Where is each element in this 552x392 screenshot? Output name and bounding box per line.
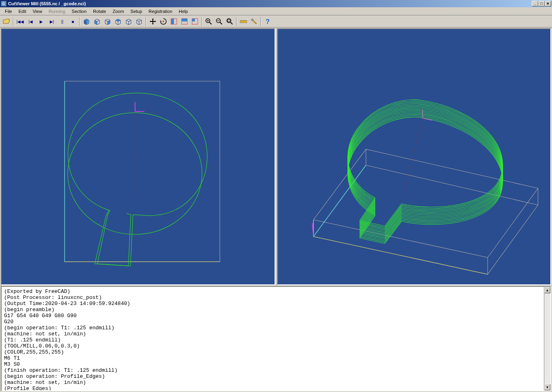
rewind-icon[interactable]: |◀◀ (15, 17, 25, 26)
view-top-icon[interactable] (113, 17, 123, 26)
toolbar-separator (79, 17, 80, 26)
pan-icon[interactable] (148, 17, 158, 26)
menu-view[interactable]: View (30, 8, 46, 15)
scroll-track[interactable] (544, 293, 550, 384)
view-wire-icon[interactable] (134, 17, 144, 26)
view-solid-icon[interactable] (82, 17, 91, 26)
viewport-2d[interactable] (1, 28, 275, 285)
view-iso-icon[interactable] (124, 17, 133, 26)
svg-rect-30 (65, 81, 220, 262)
menu-rotate[interactable]: Rotate (90, 8, 109, 15)
svg-rect-8 (171, 19, 174, 24)
svg-text:?: ? (266, 18, 270, 25)
open-icon[interactable] (2, 17, 11, 26)
menu-help[interactable]: Help (176, 8, 191, 15)
minimize-button[interactable]: _ (532, 1, 538, 6)
gcode-panel: (Exported by FreeCAD) (Post Processor: l… (1, 286, 551, 391)
play-icon[interactable]: ▶ (36, 17, 46, 26)
gcode-scrollbar[interactable]: ▲ ▼ (544, 287, 550, 390)
menu-zoom[interactable]: Zoom (109, 8, 127, 15)
measure-icon[interactable] (239, 17, 248, 26)
svg-line-21 (231, 22, 233, 24)
viewport-3d[interactable] (277, 28, 552, 285)
zoom-fit-icon[interactable] (225, 17, 235, 26)
svg-line-14 (209, 22, 211, 24)
svg-text:|◀: |◀ (29, 19, 33, 24)
svg-line-37 (404, 118, 423, 195)
step-fwd-icon[interactable]: ▶| (47, 17, 57, 26)
toolbar-separator (236, 17, 237, 26)
svg-line-28 (253, 21, 256, 24)
window-title: CutViewer Mill (5555.nc / _gcode.nci) (8, 1, 532, 6)
view-front-icon[interactable] (92, 17, 102, 26)
titlebar: C CutViewer Mill (5555.nc / _gcode.nci) … (0, 0, 552, 7)
svg-text:||: || (61, 19, 63, 24)
toolbar-separator (146, 17, 146, 26)
app-icon: C (1, 1, 6, 6)
toolbar: |◀◀|◀▶▶|||■? (0, 15, 552, 28)
svg-rect-23 (240, 21, 247, 23)
menu-registration[interactable]: Registration (145, 8, 176, 15)
pause-icon[interactable]: || (57, 17, 67, 26)
section-y-icon[interactable] (180, 17, 189, 26)
scroll-up-icon[interactable]: ▲ (544, 287, 550, 293)
svg-text:■: ■ (72, 19, 74, 24)
menu-file[interactable]: File (2, 8, 15, 15)
menu-section[interactable]: Section (68, 8, 90, 15)
toolbar-separator (201, 17, 202, 26)
svg-point-6 (163, 21, 164, 22)
svg-rect-10 (182, 19, 187, 21)
section-x-icon[interactable] (169, 17, 179, 26)
maximize-button[interactable]: □ (538, 1, 545, 6)
rotate-icon[interactable] (159, 17, 168, 26)
gcode-text[interactable]: (Exported by FreeCAD) (Post Processor: l… (2, 287, 544, 390)
svg-text:▶|: ▶| (50, 19, 54, 24)
svg-rect-22 (228, 19, 230, 22)
tools-icon[interactable] (249, 17, 259, 26)
menu-running: Running (45, 8, 68, 15)
svg-line-35 (313, 165, 366, 236)
window-controls: _ □ ✕ (532, 1, 551, 6)
step-back-icon[interactable]: |◀ (26, 17, 36, 26)
zoom-out-icon[interactable] (214, 17, 224, 26)
toolbar-separator (260, 17, 261, 26)
menubar: FileEditViewRunningSectionRotateZoomSetu… (0, 7, 552, 15)
svg-line-18 (220, 22, 222, 24)
svg-line-34 (313, 237, 488, 274)
menu-setup[interactable]: Setup (127, 8, 146, 15)
svg-text:|◀◀: |◀◀ (17, 19, 24, 24)
main-area (0, 28, 552, 286)
section-xy-icon[interactable] (190, 17, 200, 26)
toolbar-separator (13, 17, 14, 26)
close-button[interactable]: ✕ (545, 1, 551, 6)
zoom-in-icon[interactable] (204, 17, 214, 26)
svg-text:▶: ▶ (40, 19, 43, 24)
scroll-down-icon[interactable]: ▼ (544, 384, 550, 390)
stop-icon[interactable]: ■ (68, 17, 78, 26)
view-side-icon[interactable] (103, 17, 112, 26)
svg-rect-12 (192, 19, 195, 21)
menu-edit[interactable]: Edit (15, 8, 30, 15)
help-icon[interactable]: ? (263, 17, 273, 26)
